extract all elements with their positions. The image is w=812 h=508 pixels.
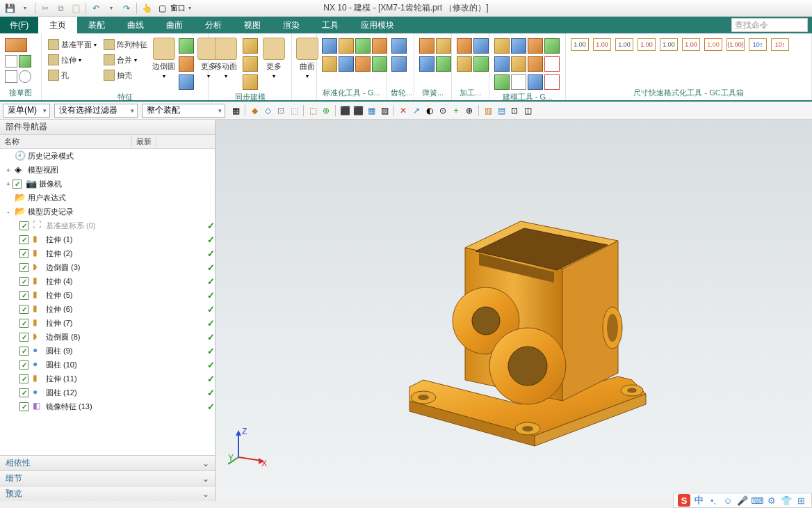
ime-mic-icon[interactable]: 🎤 xyxy=(736,494,749,507)
mdl-t8-icon[interactable] xyxy=(544,56,560,72)
extrude-button[interactable]: 拉伸▾ xyxy=(46,53,99,67)
spr-t2-icon[interactable] xyxy=(436,38,451,54)
std-t4-icon[interactable] xyxy=(372,38,387,54)
gear-t1-icon[interactable] xyxy=(391,38,407,54)
tree-feature[interactable]: ✓▮拉伸 (7)✓ xyxy=(0,316,215,330)
tree-feature[interactable]: ✓●圆柱 (12)✓ xyxy=(0,386,215,399)
ime-punct-icon[interactable]: •, xyxy=(707,494,720,507)
sel-t3-icon[interactable]: ◇ xyxy=(261,104,274,117)
sel-t21-icon[interactable]: ◫ xyxy=(521,104,534,117)
mfg-t1-icon[interactable] xyxy=(457,38,472,54)
sketch-icon[interactable] xyxy=(5,38,27,52)
mdl-t3-icon[interactable] xyxy=(528,38,543,54)
std-t5-icon[interactable] xyxy=(322,56,337,72)
mdl-t11-icon[interactable] xyxy=(528,74,543,90)
std-t3-icon[interactable] xyxy=(355,38,371,54)
sketch-tool1-icon[interactable] xyxy=(5,55,17,68)
hole-button[interactable]: 孔 xyxy=(46,68,99,82)
edge-blend-button[interactable]: 边倒圆▾ xyxy=(152,38,175,79)
mdl-t12-icon[interactable] xyxy=(544,74,560,90)
qat-dd-icon[interactable]: ▾ xyxy=(18,1,32,15)
sel-t4-icon[interactable]: ⊡ xyxy=(275,104,287,117)
mdl-t9-icon[interactable] xyxy=(494,74,510,90)
shell-button[interactable]: 抽壳 xyxy=(102,68,149,82)
sel-t6-icon[interactable]: ⬚ xyxy=(307,104,319,117)
unite-button[interactable]: 合并▾ xyxy=(102,53,149,67)
std-t1-icon[interactable] xyxy=(322,38,337,54)
spr-t3-icon[interactable] xyxy=(419,56,435,72)
ime-menu-icon[interactable]: ⊞ xyxy=(795,494,807,507)
dim7-button[interactable]: 1.00 xyxy=(704,38,722,51)
tab-tools[interactable]: 工具 xyxy=(311,17,350,33)
cut-icon[interactable]: ✂ xyxy=(38,1,52,15)
tab-view[interactable]: 视图 xyxy=(233,17,272,33)
dim8-button[interactable]: (1.00) xyxy=(726,38,745,51)
dim10-button[interactable]: 10↕ xyxy=(771,38,789,51)
dim2-button[interactable]: 1.00 xyxy=(593,38,611,51)
more-sync-button[interactable]: 更多▾ xyxy=(261,38,288,79)
mdl-t7-icon[interactable] xyxy=(528,56,543,72)
mdl-t4-icon[interactable] xyxy=(544,38,560,54)
tree-feature[interactable]: ✓◧镜像特征 (13)✓ xyxy=(0,399,215,413)
sel-t14-icon[interactable]: ◐ xyxy=(423,104,436,117)
tab-curve[interactable]: 曲线 xyxy=(116,17,155,33)
tree-feature[interactable]: ✓●圆柱 (10)✓ xyxy=(0,358,215,372)
tree-feature[interactable]: ✓▮拉伸 (4)✓ xyxy=(0,274,215,288)
sync-t1-icon[interactable] xyxy=(243,38,258,54)
mfg-t3-icon[interactable] xyxy=(457,56,472,72)
sel-t18-icon[interactable]: ▥ xyxy=(482,104,494,117)
tab-surface[interactable]: 曲面 xyxy=(155,17,194,33)
sel-t13-icon[interactable]: ↗ xyxy=(410,104,423,117)
tree-feature[interactable]: ✓◗边倒圆 (3)✓ xyxy=(0,260,215,274)
copy-icon[interactable]: ⧉ xyxy=(54,1,67,15)
sel-t17-icon[interactable]: ⊕ xyxy=(463,104,476,117)
sketch-circ-icon[interactable] xyxy=(19,70,31,83)
std-t6-icon[interactable] xyxy=(339,56,354,72)
tree-feature[interactable]: ✓●圆柱 (9)✓ xyxy=(0,344,215,358)
mfg-t4-icon[interactable] xyxy=(473,56,489,72)
feat-t2-icon[interactable] xyxy=(179,56,194,72)
std-t7-icon[interactable] xyxy=(355,56,371,72)
col-latest[interactable]: 最新 xyxy=(132,135,156,148)
redo-icon[interactable]: ↷ xyxy=(120,1,133,15)
undo-icon[interactable]: ↶ xyxy=(89,1,103,15)
menu-dropdown[interactable]: 菜单(M) xyxy=(3,104,50,118)
scope-dropdown[interactable]: 整个装配 xyxy=(142,104,225,118)
tree-feature[interactable]: ✓◗边倒圆 (8)✓ xyxy=(0,330,215,344)
tree-feature[interactable]: ✓▮拉伸 (5)✓ xyxy=(0,288,215,302)
col-name[interactable]: 名称 xyxy=(0,135,132,148)
mdl-t6-icon[interactable] xyxy=(511,56,526,72)
tree-node[interactable]: -📂模型历史记录 xyxy=(0,205,215,219)
ime-emoji-icon[interactable]: ☺ xyxy=(722,494,734,507)
ime-lang-icon[interactable]: 中 xyxy=(692,494,705,507)
mdl-t5-icon[interactable] xyxy=(494,56,510,72)
acc-details[interactable]: 细节⌄ xyxy=(0,470,215,486)
surface-button[interactable]: 曲面▾ xyxy=(296,38,318,79)
tab-analysis[interactable]: 分析 xyxy=(194,17,233,33)
dim9-button[interactable]: 10↕ xyxy=(749,38,767,51)
sel-t9-icon[interactable]: ⬛ xyxy=(352,104,364,117)
dim5-button[interactable]: 1.00 xyxy=(660,38,678,51)
tree-feature[interactable]: ✓▮拉伸 (6)✓ xyxy=(0,302,215,316)
ime-kbd-icon[interactable]: ⌨ xyxy=(751,494,763,507)
std-t8-icon[interactable] xyxy=(372,56,387,72)
tree-node[interactable]: 📂用户表达式 xyxy=(0,191,215,205)
window-label[interactable]: 窗口 xyxy=(170,3,186,13)
mdl-t10-icon[interactable] xyxy=(511,74,526,90)
tab-app[interactable]: 应用模块 xyxy=(350,17,405,33)
sel-t8-icon[interactable]: ⬛ xyxy=(339,104,351,117)
command-search[interactable]: 查找命令 xyxy=(731,18,808,32)
dim6-button[interactable]: 1.00 xyxy=(682,38,700,51)
touch-icon[interactable]: 👆 xyxy=(140,1,154,15)
undo-dd-icon[interactable]: ▾ xyxy=(104,1,118,15)
sel-t11-icon[interactable]: ▨ xyxy=(378,104,391,117)
tree-feature[interactable]: ✓▮拉伸 (11)✓ xyxy=(0,372,215,386)
dim4-button[interactable]: 1.00 xyxy=(638,38,656,51)
tree-feature[interactable]: ✓▮拉伸 (2)✓ xyxy=(0,246,215,260)
sel-t1-icon[interactable]: ▦ xyxy=(229,104,242,117)
filter-dropdown[interactable]: 没有选择过滤器 xyxy=(54,104,138,118)
sel-t12-icon[interactable]: ✕ xyxy=(397,104,409,117)
ime-skin-icon[interactable]: 👕 xyxy=(780,494,793,507)
tree-feature[interactable]: ✓▮拉伸 (1)✓ xyxy=(0,232,215,246)
sel-t7-icon[interactable]: ⊕ xyxy=(320,104,332,117)
